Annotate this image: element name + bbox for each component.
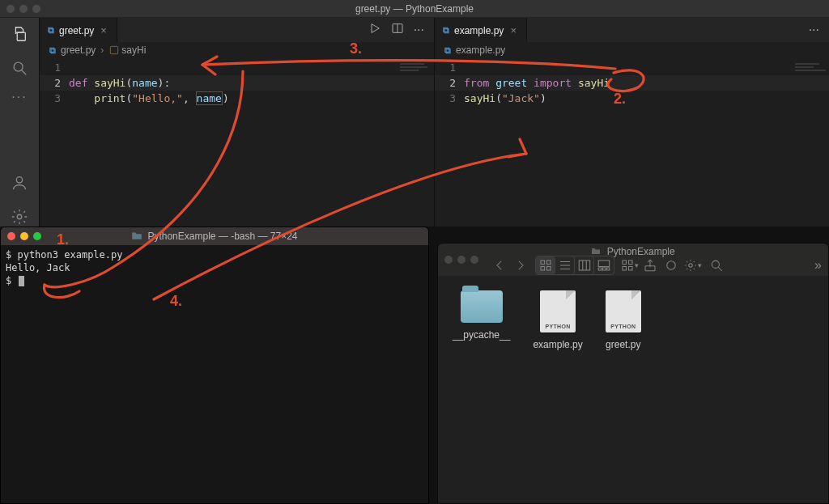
svg-point-28 <box>688 264 692 268</box>
terminal-body[interactable]: $ python3 example.py Hello, Jack $ <box>1 245 428 503</box>
back-icon[interactable] <box>490 256 509 274</box>
column-view-icon[interactable] <box>575 256 594 274</box>
svg-rect-20 <box>603 268 606 270</box>
code-editor-right[interactable]: 1 2 3 from greet import sayHi sayHi("Jac… <box>435 58 829 227</box>
finder-window[interactable]: PythonExample ▾ ▾ » __pycache__ <box>437 243 829 504</box>
more-actions-icon[interactable]: ··· <box>809 23 819 37</box>
terminal-window[interactable]: PythonExample — -bash — 77×24 $ python3 … <box>0 227 429 504</box>
settings-gear-icon[interactable] <box>10 207 29 227</box>
breadcrumb[interactable]: ⧉ greet.py › sayHi <box>40 42 434 58</box>
file-item-folder[interactable]: __pycache__ <box>453 290 510 341</box>
svg-point-3 <box>16 177 22 183</box>
search-icon[interactable] <box>707 256 726 274</box>
more-actions-icon[interactable]: ··· <box>414 23 424 37</box>
vscode-window: greet.py — PythonExample ··· <box>0 0 829 227</box>
svg-rect-19 <box>598 268 602 270</box>
code-editor-left[interactable]: 1 2 3 def sayHi(name): print("Hello,", n… <box>40 58 434 227</box>
tab-label: greet.py <box>59 25 94 36</box>
code-content[interactable]: def sayHi(name): print("Hello,", name) <box>69 58 434 227</box>
zoom-dot[interactable] <box>32 5 40 13</box>
terminal-line: $ <box>6 274 423 287</box>
minimize-dot[interactable] <box>19 5 28 13</box>
close-icon[interactable]: × <box>99 24 108 36</box>
annotation-3: 3. <box>350 40 362 57</box>
editor-pane-right: ⧉ example.py × ··· ⧉ example.py 1 <box>434 18 829 227</box>
zoom-dot[interactable] <box>33 232 41 240</box>
tabbar-left: ⧉ greet.py × ··· <box>40 18 434 42</box>
chevron-right-icon: › <box>100 44 104 56</box>
svg-line-2 <box>22 70 27 75</box>
svg-line-30 <box>718 267 722 271</box>
svg-rect-0 <box>17 32 25 40</box>
svg-rect-7 <box>111 47 118 54</box>
traffic-lights[interactable] <box>7 232 41 240</box>
search-icon[interactable] <box>10 58 29 78</box>
folder-icon <box>591 246 603 257</box>
close-dot[interactable] <box>7 232 15 240</box>
more-icon[interactable]: ··· <box>10 92 29 102</box>
explorer-icon[interactable] <box>10 24 29 44</box>
tab-example[interactable]: ⧉ example.py × <box>435 18 527 42</box>
breadcrumb-file[interactable]: greet.py <box>61 44 96 56</box>
file-item-greet[interactable]: PYTHON greet.py <box>606 290 641 350</box>
file-label: greet.py <box>606 339 640 350</box>
forward-icon[interactable] <box>511 256 530 274</box>
overflow-icon[interactable]: » <box>814 258 822 273</box>
close-dot[interactable] <box>6 5 15 13</box>
group-icon[interactable]: ▾ <box>619 256 639 274</box>
icon-view-icon[interactable] <box>536 256 555 274</box>
terminal-line: $ python3 example.py <box>6 248 423 261</box>
file-item-example[interactable]: PYTHON example.py <box>533 290 582 350</box>
code-content[interactable]: from greet import sayHi sayHi("Jack") <box>464 58 829 227</box>
python-file-icon: PYTHON <box>540 290 576 332</box>
svg-rect-21 <box>607 268 610 270</box>
terminal-cursor <box>19 276 24 286</box>
svg-rect-22 <box>623 260 627 265</box>
share-icon[interactable] <box>640 256 660 274</box>
svg-rect-24 <box>623 267 627 271</box>
finder-toolbar: PythonExample ▾ ▾ » <box>438 244 828 276</box>
minimap[interactable] <box>400 61 431 89</box>
tag-icon[interactable] <box>661 256 681 274</box>
run-icon[interactable] <box>368 22 381 38</box>
svg-point-4 <box>17 214 22 219</box>
folder-icon <box>131 231 142 243</box>
svg-rect-15 <box>579 260 590 270</box>
svg-rect-23 <box>628 260 632 265</box>
list-view-icon[interactable] <box>555 256 575 274</box>
view-mode-segment[interactable] <box>535 256 614 275</box>
close-icon[interactable]: × <box>508 24 518 36</box>
python-icon: ⧉ <box>49 45 56 56</box>
action-icon[interactable]: ▾ <box>682 256 702 274</box>
vscode-titlebar[interactable]: greet.py — PythonExample <box>0 0 829 18</box>
account-icon[interactable] <box>10 173 29 193</box>
python-icon: ⧉ <box>443 25 449 36</box>
tab-greet[interactable]: ⧉ greet.py × <box>40 18 117 42</box>
annotation-4: 4. <box>170 293 182 310</box>
python-icon: ⧉ <box>444 45 451 56</box>
minimap[interactable] <box>795 61 826 89</box>
svg-rect-8 <box>541 260 545 265</box>
svg-point-29 <box>712 260 719 268</box>
finder-title: PythonExample <box>607 246 675 257</box>
finder-body[interactable]: __pycache__ PYTHON example.py PYTHON gre… <box>438 276 828 503</box>
minimize-dot[interactable] <box>20 232 28 240</box>
tab-label: example.py <box>454 25 504 36</box>
annotation-2: 2. <box>614 91 626 108</box>
svg-point-27 <box>667 261 676 270</box>
svg-rect-10 <box>541 267 545 271</box>
traffic-lights[interactable] <box>6 5 40 13</box>
split-editor-icon[interactable] <box>391 22 404 38</box>
breadcrumb-symbol[interactable]: sayHi <box>108 44 146 57</box>
tabbar-right: ⧉ example.py × ··· <box>435 18 829 42</box>
editor-pane-left: ⧉ greet.py × ··· ⧉ <box>39 18 434 227</box>
gallery-view-icon[interactable] <box>594 256 614 274</box>
activity-bar: ··· <box>0 18 39 227</box>
terminal-title: PythonExample — -bash — 77×24 <box>147 231 297 242</box>
svg-rect-18 <box>598 260 610 267</box>
svg-rect-9 <box>546 260 551 265</box>
breadcrumb[interactable]: ⧉ example.py <box>435 42 829 58</box>
python-file-icon: PYTHON <box>606 290 641 332</box>
terminal-line: Hello, Jack <box>6 261 423 274</box>
breadcrumb-file[interactable]: example.py <box>456 44 505 56</box>
